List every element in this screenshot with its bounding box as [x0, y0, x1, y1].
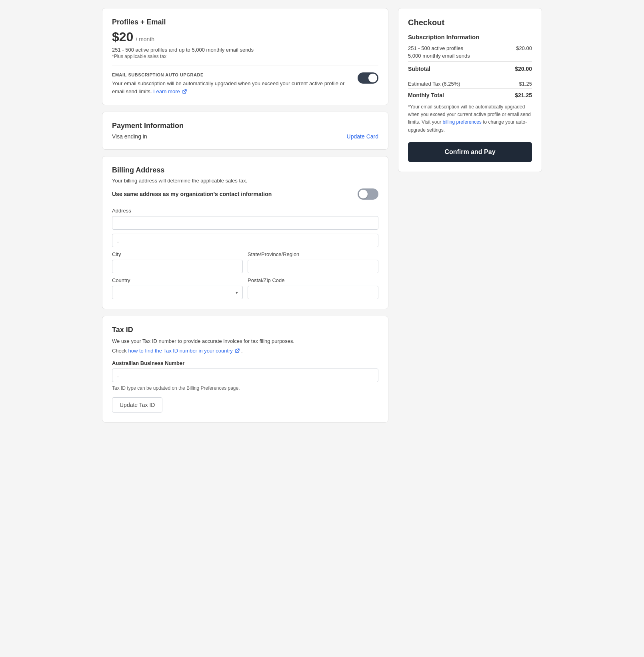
checkout-column: Checkout Subscription Information 251 - …	[398, 8, 542, 172]
confirm-and-pay-button[interactable]: Confirm and Pay	[408, 142, 532, 162]
country-select-wrapper: ▼	[112, 286, 243, 299]
country-field-group: Country ▼	[112, 277, 243, 299]
tax-desc1: We use your Tax ID number to provide acc…	[112, 337, 378, 345]
toggle-track	[358, 72, 378, 84]
tax-link-row: Check how to find the Tax ID number in y…	[112, 347, 378, 355]
billing-preferences-link[interactable]: billing preferences	[442, 119, 483, 125]
visa-label: Visa ending in	[112, 133, 147, 140]
profile-range-desc: 251 - 500 active profiles and up to 5,00…	[112, 47, 378, 53]
same-address-toggle[interactable]	[358, 188, 378, 200]
tax-amount: $1.25	[519, 81, 532, 87]
update-tax-id-button[interactable]: Update Tax ID	[112, 397, 162, 413]
same-address-label: Use same address as my organization's co…	[112, 191, 272, 197]
city-label: City	[112, 251, 243, 257]
price-amount: $20	[112, 30, 133, 44]
tax-external-link-icon	[235, 349, 240, 353]
checkout-profiles-section: 251 - 500 active profiles $20.00 5,000 m…	[408, 45, 532, 59]
address-field-group: Address	[112, 208, 378, 230]
address-line2-group	[112, 234, 378, 247]
price-period: / month	[136, 36, 154, 42]
address-label: Address	[112, 208, 378, 214]
abn-label: Austrailian Business Number	[112, 360, 378, 366]
postal-field-group: Postal/Zip Code	[248, 277, 378, 299]
billing-note: Your billing address will determine the …	[112, 178, 378, 184]
checkout-email-sends: 5,000 monthly email sends	[408, 53, 470, 59]
tax-line: Estimated Tax (6.25%) $1.25	[408, 76, 532, 88]
country-postal-row: Country ▼ Postal/Zip Code	[112, 277, 378, 299]
address-line2-input[interactable]	[112, 234, 378, 247]
checkout-note: *Your email subscription will be automat…	[408, 103, 532, 134]
monthly-total-amount: $21.25	[515, 92, 532, 98]
payment-row: Visa ending in Update Card	[112, 133, 378, 140]
external-link-icon	[182, 89, 187, 94]
payment-card: Payment Information Visa ending in Updat…	[102, 112, 388, 150]
auto-upgrade-label: EMAIL SUBSCRIPTION AUTO UPGRADE	[112, 72, 351, 77]
same-address-row: Use same address as my organization's co…	[112, 188, 378, 200]
update-card-link[interactable]: Update Card	[347, 133, 378, 140]
checkout-profile-range: 251 - 500 active profiles	[408, 45, 463, 51]
postal-input[interactable]	[248, 286, 378, 299]
tax-note: *Plus applicable sales tax	[112, 54, 378, 59]
page-layout: Profiles + Email $20 / month 251 - 500 a…	[102, 8, 542, 423]
address-line1-input[interactable]	[112, 216, 378, 230]
city-input[interactable]	[112, 260, 243, 273]
divider	[112, 66, 378, 66]
address-fields: Address City State/Province/Region	[112, 208, 378, 299]
state-input[interactable]	[248, 260, 378, 273]
left-column: Profiles + Email $20 / month 251 - 500 a…	[102, 8, 388, 423]
auto-upgrade-section: EMAIL SUBSCRIPTION AUTO UPGRADE Your ema…	[112, 72, 378, 95]
billing-title: Billing Address	[112, 166, 378, 174]
profiles-email-card: Profiles + Email $20 / month 251 - 500 a…	[102, 8, 388, 105]
state-label: State/Province/Region	[248, 251, 378, 257]
profiles-title: Profiles + Email	[112, 18, 378, 26]
country-label: Country	[112, 277, 243, 283]
checkout-amount: $20.00	[516, 45, 532, 51]
same-address-toggle-thumb	[359, 190, 368, 198]
abn-input[interactable]	[112, 369, 378, 382]
checkout-title: Checkout	[408, 18, 532, 27]
country-select[interactable]	[112, 286, 243, 299]
same-address-toggle-track	[358, 188, 378, 200]
monthly-total-line: Monthly Total $21.25	[408, 88, 532, 103]
auto-upgrade-text: Your email subscription will be automati…	[112, 80, 351, 95]
auto-upgrade-toggle[interactable]	[358, 72, 378, 84]
learn-more-link[interactable]: Learn more	[153, 88, 187, 94]
how-to-find-tax-id-link[interactable]: how to find the Tax ID number in your co…	[128, 348, 241, 354]
subtotal-label: Subtotal	[408, 66, 430, 72]
checkout-email-sends-line: 5,000 monthly email sends	[408, 53, 532, 59]
subtotal-amount: $20.00	[515, 66, 532, 72]
billing-address-card: Billing Address Your billing address wil…	[102, 156, 388, 309]
tax-id-card: Tax ID We use your Tax ID number to prov…	[102, 316, 388, 423]
payment-title: Payment Information	[112, 122, 378, 130]
tax-id-note: Tax ID type can be updated on the Billin…	[112, 385, 378, 391]
postal-label: Postal/Zip Code	[248, 277, 378, 283]
state-field-group: State/Province/Region	[248, 251, 378, 273]
tax-id-title: Tax ID	[112, 326, 378, 334]
checkout-card: Checkout Subscription Information 251 - …	[398, 8, 542, 172]
city-field-group: City	[112, 251, 243, 273]
toggle-thumb	[368, 74, 377, 82]
tax-label: Estimated Tax (6.25%)	[408, 81, 460, 87]
city-state-row: City State/Province/Region	[112, 251, 378, 273]
price-row: $20 / month	[112, 30, 378, 44]
auto-upgrade-content: EMAIL SUBSCRIPTION AUTO UPGRADE Your ema…	[112, 72, 351, 95]
subscription-info-title: Subscription Information	[408, 34, 532, 40]
checkout-profile-range-line: 251 - 500 active profiles $20.00	[408, 45, 532, 51]
monthly-total-label: Monthly Total	[408, 92, 444, 98]
subtotal-line: Subtotal $20.00	[408, 61, 532, 76]
